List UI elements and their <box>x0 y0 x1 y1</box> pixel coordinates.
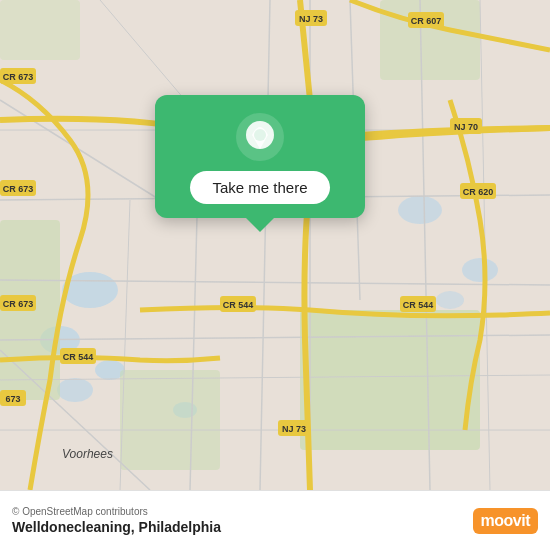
location-popup: Take me there <box>155 95 365 218</box>
svg-text:NJ 73: NJ 73 <box>282 424 306 434</box>
svg-text:NJ 70: NJ 70 <box>454 122 478 132</box>
svg-text:CR 544: CR 544 <box>63 352 94 362</box>
osm-credit: © OpenStreetMap contributors <box>12 506 473 517</box>
svg-text:CR 673: CR 673 <box>3 184 34 194</box>
bottom-bar: © OpenStreetMap contributors Welldonecle… <box>0 490 550 550</box>
bottom-bar-left: © OpenStreetMap contributors Welldonecle… <box>12 506 473 535</box>
svg-rect-9 <box>300 310 480 450</box>
map-svg: NJ 73 NJ 70 NJ 70 CR 607 CR 673 CR 673 C… <box>0 0 550 490</box>
svg-point-7 <box>462 258 498 282</box>
svg-rect-11 <box>120 370 220 470</box>
map-container: NJ 73 NJ 70 NJ 70 CR 607 CR 673 CR 673 C… <box>0 0 550 490</box>
svg-text:CR 673: CR 673 <box>3 299 34 309</box>
location-pin-icon <box>236 113 284 161</box>
svg-text:CR 673: CR 673 <box>3 72 34 82</box>
take-me-there-button[interactable]: Take me there <box>190 171 329 204</box>
svg-rect-13 <box>0 0 80 60</box>
moovit-logo: moovit <box>473 508 538 534</box>
svg-text:CR 544: CR 544 <box>403 300 434 310</box>
svg-point-8 <box>436 291 464 309</box>
moovit-logo-text: moovit <box>473 508 538 534</box>
svg-text:NJ 73: NJ 73 <box>299 14 323 24</box>
svg-point-6 <box>398 196 442 224</box>
business-name: Welldonecleaning, Philadelphia <box>12 519 473 535</box>
svg-point-5 <box>57 378 93 402</box>
svg-text:CR 620: CR 620 <box>463 187 494 197</box>
svg-text:Voorhees: Voorhees <box>62 447 113 461</box>
svg-text:CR 607: CR 607 <box>411 16 442 26</box>
svg-text:673: 673 <box>5 394 20 404</box>
svg-text:CR 544: CR 544 <box>223 300 254 310</box>
